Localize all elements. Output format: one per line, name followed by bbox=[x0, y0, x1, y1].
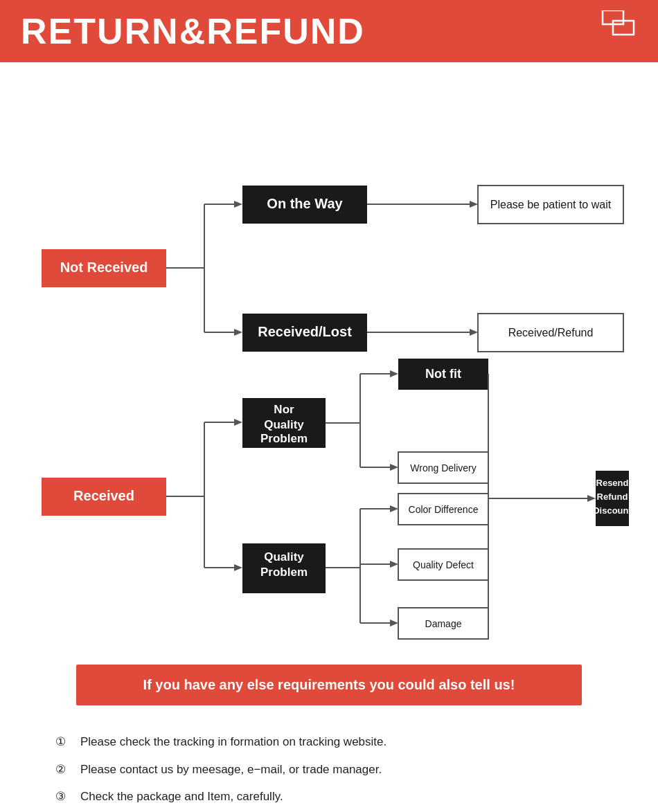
note-num-1: ① bbox=[55, 733, 80, 751]
svg-text:Quality: Quality bbox=[264, 550, 304, 563]
svg-marker-10 bbox=[234, 329, 242, 336]
note-num-2: ② bbox=[55, 761, 80, 779]
note-item-2: ② Please contact us by meesage, e−mail, … bbox=[55, 761, 610, 779]
svg-marker-12 bbox=[470, 329, 478, 336]
svg-text:Refund: Refund bbox=[597, 491, 628, 502]
svg-marker-36 bbox=[390, 561, 398, 568]
quality-defect-label: Quality Defect bbox=[413, 559, 474, 570]
note-item-3: ③ Check the package and Item, carefully. bbox=[55, 788, 610, 806]
received-label: Received bbox=[73, 488, 134, 503]
flowchart: Not Received On the Way Please be patien… bbox=[21, 83, 637, 651]
note-text-1: Please check the tracking in formation o… bbox=[80, 733, 386, 751]
svg-text:Problem: Problem bbox=[260, 566, 308, 579]
message-box: If you have any else requirements you co… bbox=[76, 665, 582, 705]
svg-text:Nor: Nor bbox=[274, 403, 294, 416]
note-text-3: Check the package and Item, carefully. bbox=[80, 788, 283, 806]
svg-text:Resend: Resend bbox=[596, 478, 629, 488]
damage-label: Damage bbox=[425, 618, 462, 629]
notes-section: ① Please check the tracking in formation… bbox=[21, 726, 637, 812]
svg-marker-38 bbox=[390, 620, 398, 626]
svg-marker-8 bbox=[470, 201, 478, 208]
svg-text:Not Received: Not Received bbox=[60, 260, 148, 275]
page-header: RETURN&REFUND bbox=[0, 0, 658, 62]
received-lost-label: Received/Lost bbox=[258, 324, 352, 339]
note-text-2: Please contact us by meesage, e−mail, or… bbox=[80, 761, 382, 779]
wrong-delivery-label: Wrong Delivery bbox=[410, 462, 476, 473]
not-received-label: Not Received bbox=[60, 260, 148, 275]
svg-marker-28 bbox=[234, 564, 242, 571]
svg-marker-16 bbox=[234, 419, 242, 426]
svg-marker-25 bbox=[390, 464, 398, 471]
main-content: Not Received On the Way Please be patien… bbox=[0, 62, 658, 812]
message-text: If you have any else requirements you co… bbox=[143, 677, 515, 692]
note-item-1: ① Please check the tracking in formation… bbox=[55, 733, 610, 751]
not-fit-label: Not fit bbox=[425, 367, 461, 381]
svg-marker-6 bbox=[234, 201, 242, 208]
received-refund-label: Received/Refund bbox=[508, 327, 594, 339]
please-wait-label: Please be patient to wait bbox=[490, 199, 612, 210]
page-title: RETURN&REFUND bbox=[21, 10, 365, 52]
svg-text:Problem: Problem bbox=[260, 432, 308, 445]
header-icon bbox=[589, 10, 637, 52]
on-the-way-label: On the Way bbox=[267, 196, 343, 211]
svg-marker-23 bbox=[390, 370, 398, 377]
svg-text:Quality: Quality bbox=[264, 418, 304, 431]
svg-marker-34 bbox=[390, 505, 398, 512]
note-num-3: ③ bbox=[55, 788, 80, 806]
color-difference-label: Color Difference bbox=[409, 504, 479, 515]
svg-marker-42 bbox=[587, 495, 596, 502]
svg-text:Discount: Discount bbox=[593, 505, 632, 516]
